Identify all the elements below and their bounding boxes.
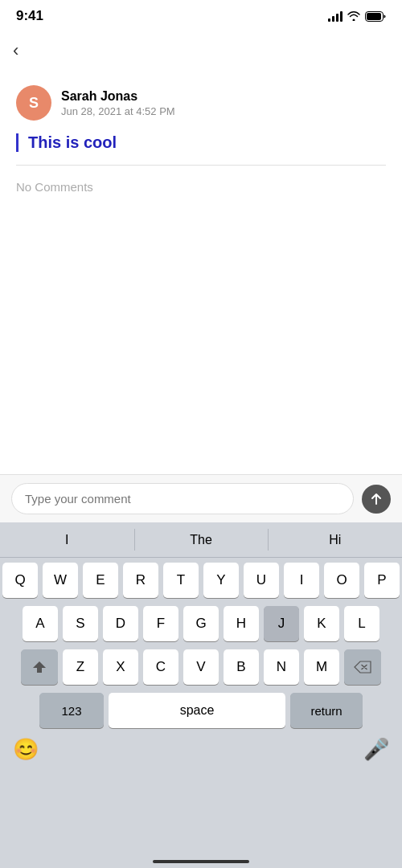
battery-icon — [365, 11, 386, 22]
predictive-item-3[interactable]: Hi — [268, 522, 402, 557]
key-v[interactable]: V — [183, 649, 219, 685]
mic-key[interactable]: 🎤 — [363, 737, 389, 762]
wifi-icon — [347, 11, 360, 21]
key-t[interactable]: T — [163, 563, 199, 598]
key-m[interactable]: M — [304, 649, 339, 685]
delete-icon — [354, 661, 371, 674]
key-x[interactable]: X — [103, 649, 138, 685]
shift-key[interactable] — [21, 649, 58, 685]
key-row-3: Z X C V B N M — [2, 649, 400, 685]
key-e[interactable]: E — [83, 563, 118, 598]
key-s[interactable]: S — [63, 606, 98, 641]
comment-input[interactable] — [11, 483, 354, 514]
send-icon — [369, 492, 384, 506]
key-g[interactable]: G — [183, 606, 219, 641]
key-z[interactable]: Z — [63, 649, 98, 685]
author-date: Jun 28, 2021 at 4:52 PM — [61, 105, 175, 117]
signal-icon — [328, 10, 343, 22]
keyboard-bottom-bar: 😊 🎤 — [0, 730, 402, 765]
content-area: S Sarah Jonas Jun 28, 2021 at 4:52 PM Th… — [0, 72, 402, 211]
space-key[interactable]: space — [109, 693, 285, 728]
predictive-item-1[interactable]: I — [0, 522, 134, 557]
key-i[interactable]: I — [284, 563, 319, 598]
svg-rect-1 — [367, 13, 381, 20]
key-o[interactable]: O — [324, 563, 359, 598]
status-icons — [328, 10, 386, 22]
key-f[interactable]: F — [143, 606, 178, 641]
key-row-1: Q W E R T Y U I O P — [2, 563, 400, 598]
key-d[interactable]: D — [103, 606, 138, 641]
key-b[interactable]: B — [224, 649, 259, 685]
key-row-2: A S D F G H J K L — [2, 606, 400, 641]
home-indicator — [153, 860, 249, 863]
author-info: Sarah Jonas Jun 28, 2021 at 4:52 PM — [61, 89, 175, 117]
numbers-key[interactable]: 123 — [39, 693, 104, 728]
return-key[interactable]: return — [290, 693, 363, 728]
status-bar: 9:41 — [0, 0, 402, 29]
key-y[interactable]: Y — [203, 563, 239, 598]
delete-key[interactable] — [344, 649, 381, 685]
author-name: Sarah Jonas — [61, 89, 175, 104]
send-button[interactable] — [362, 485, 391, 514]
status-time: 9:41 — [16, 8, 43, 24]
comment-input-area — [0, 474, 402, 522]
predictive-bar: I The Hi — [0, 522, 402, 558]
key-n[interactable]: N — [264, 649, 299, 685]
back-button[interactable]: ‹ — [13, 37, 25, 64]
post-block: This is cool — [16, 133, 386, 152]
header: ‹ — [0, 29, 402, 72]
key-q[interactable]: Q — [2, 563, 38, 598]
key-p[interactable]: P — [364, 563, 400, 598]
key-h[interactable]: H — [224, 606, 259, 641]
key-w[interactable]: W — [43, 563, 78, 598]
key-row-4: 123 space return — [2, 693, 400, 728]
key-a[interactable]: A — [23, 606, 58, 641]
predictive-item-2[interactable]: The — [134, 522, 269, 557]
key-rows: Q W E R T Y U I O P A S D F G H J K L — [0, 558, 402, 730]
post-text: This is cool — [28, 133, 386, 152]
author-row: S Sarah Jonas Jun 28, 2021 at 4:52 PM — [16, 85, 386, 121]
key-k[interactable]: K — [304, 606, 339, 641]
keyboard: I The Hi Q W E R T Y U I O P A S D F G H… — [0, 522, 402, 868]
emoji-key[interactable]: 😊 — [13, 737, 39, 762]
divider — [16, 165, 386, 166]
avatar: S — [16, 85, 51, 121]
key-r[interactable]: R — [123, 563, 158, 598]
key-j[interactable]: J — [264, 606, 299, 641]
no-comments-label: No Comments — [16, 175, 386, 199]
key-c[interactable]: C — [143, 649, 178, 685]
key-u[interactable]: U — [244, 563, 279, 598]
shift-icon — [31, 659, 47, 675]
key-l[interactable]: L — [344, 606, 379, 641]
